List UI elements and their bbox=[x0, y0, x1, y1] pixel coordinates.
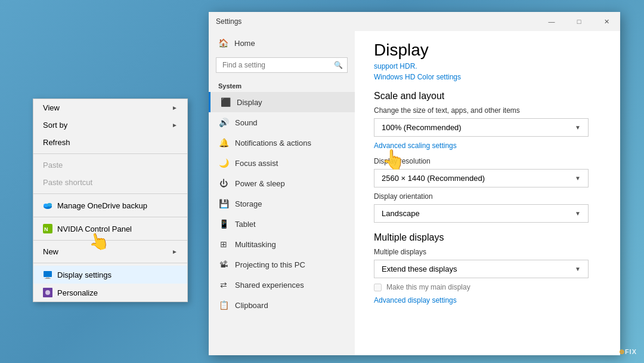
hdr-color-link[interactable]: Windows HD Color settings bbox=[374, 73, 601, 81]
focus-nav-icon: 🌙 bbox=[218, 158, 229, 168]
sidebar-item-tablet[interactable]: 📱 Tablet bbox=[209, 214, 355, 234]
sidebar-item-display[interactable]: ⬛ Display bbox=[209, 92, 355, 112]
close-button[interactable]: ✕ bbox=[593, 12, 620, 31]
context-menu-label-refresh: Refresh bbox=[43, 138, 70, 147]
svg-rect-5 bbox=[44, 271, 52, 277]
power-nav-icon: ⏻ bbox=[218, 179, 229, 188]
home-label: Home bbox=[234, 39, 255, 48]
context-menu-item-view[interactable]: View ► bbox=[33, 99, 187, 116]
storage-nav-icon: 💾 bbox=[218, 199, 229, 208]
main-display-checkbox-row: Make this my main display bbox=[374, 283, 601, 291]
tablet-nav-label: Tablet bbox=[235, 220, 256, 229]
hdr-support-text: support HDR. bbox=[374, 62, 601, 70]
onedrive-item-content: Manage OneDrive backup bbox=[43, 201, 147, 210]
separator-1 bbox=[33, 153, 187, 154]
sidebar: 🏠 Home 🔍 System ⬛ Display 🔊 Sound � bbox=[209, 31, 355, 355]
nvidia-icon: N bbox=[43, 224, 52, 233]
orientation-dropdown-arrow: ▼ bbox=[575, 210, 581, 217]
search-icon: 🔍 bbox=[334, 61, 343, 69]
multiple-displays-dropdown[interactable]: Extend these displays ▼ bbox=[374, 260, 589, 278]
title-bar: Settings — □ ✕ bbox=[209, 12, 620, 31]
context-menu-item-paste-shortcut[interactable]: Paste shortcut bbox=[33, 174, 187, 191]
svg-point-2 bbox=[47, 203, 52, 207]
display-nav-icon: ⬛ bbox=[220, 97, 231, 107]
system-label: System bbox=[209, 78, 355, 92]
main-display-checkbox[interactable] bbox=[374, 284, 382, 291]
multiple-displays-value: Extend these displays bbox=[382, 264, 457, 273]
watermark: UG⊕FIX bbox=[608, 348, 637, 356]
context-menu-label-sort-by: Sort by bbox=[43, 121, 67, 130]
context-menu-item-new[interactable]: New ► bbox=[33, 243, 187, 260]
resolution-label: Display resolution bbox=[374, 157, 601, 165]
multiple-displays-dropdown-arrow: ▼ bbox=[575, 266, 581, 272]
context-menu-item-onedrive[interactable]: Manage OneDrive backup bbox=[33, 196, 187, 214]
clipboard-nav-icon: 📋 bbox=[218, 300, 229, 310]
context-menu-item-nvidia[interactable]: N NVIDIA Control Panel bbox=[33, 220, 187, 238]
personalize-label: Personalize bbox=[57, 288, 98, 297]
sidebar-item-shared[interactable]: ⇄ Shared experiences bbox=[209, 275, 355, 295]
context-menu-item-display-settings[interactable]: Display settings bbox=[33, 266, 187, 284]
clipboard-nav-label: Clipboard bbox=[235, 301, 268, 310]
resolution-dropdown[interactable]: 2560 × 1440 (Recommended) ▼ bbox=[374, 169, 589, 187]
maximize-button[interactable]: □ bbox=[565, 12, 593, 31]
notifications-nav-icon: 🔔 bbox=[218, 138, 229, 147]
onedrive-label: Manage OneDrive backup bbox=[57, 201, 147, 210]
separator-4 bbox=[33, 240, 187, 241]
notifications-nav-label: Notifications & actions bbox=[235, 139, 311, 147]
resolution-value: 2560 × 1440 (Recommended) bbox=[382, 174, 485, 183]
sidebar-item-clipboard[interactable]: 📋 Clipboard bbox=[209, 295, 355, 315]
multitasking-nav-label: Multitasking bbox=[235, 240, 276, 249]
sidebar-item-focus[interactable]: 🌙 Focus assist bbox=[209, 153, 355, 173]
context-menu-label-view: View bbox=[43, 103, 60, 112]
shared-nav-label: Shared experiences bbox=[235, 281, 304, 290]
sidebar-item-storage[interactable]: 💾 Storage bbox=[209, 193, 355, 214]
main-content: Display support HDR. Windows HD Color se… bbox=[355, 31, 620, 355]
search-input[interactable] bbox=[216, 57, 348, 73]
projecting-nav-icon: 📽 bbox=[218, 260, 229, 269]
sidebar-item-multitasking[interactable]: ⊞ Multitasking bbox=[209, 234, 355, 254]
resolution-dropdown-arrow: ▼ bbox=[575, 175, 581, 182]
personalize-icon bbox=[43, 288, 52, 297]
personalize-content: Personalize bbox=[43, 288, 98, 297]
orientation-value: Landscape bbox=[382, 209, 420, 218]
svg-point-9 bbox=[45, 290, 50, 295]
context-menu-item-refresh[interactable]: Refresh bbox=[33, 134, 187, 151]
display-nav-label: Display bbox=[237, 98, 262, 107]
onedrive-icon bbox=[43, 201, 52, 210]
sidebar-item-projecting[interactable]: 📽 Projecting to this PC bbox=[209, 254, 355, 275]
sidebar-home-button[interactable]: 🏠 Home bbox=[209, 31, 355, 55]
multiple-displays-label: Multiple displays bbox=[374, 248, 601, 256]
nvidia-label: NVIDIA Control Panel bbox=[57, 224, 132, 233]
sidebar-item-sound[interactable]: 🔊 Sound bbox=[209, 112, 355, 133]
display-settings-label: Display settings bbox=[57, 270, 112, 279]
context-menu-label-new: New bbox=[43, 247, 58, 256]
nvidia-item-content: N NVIDIA Control Panel bbox=[43, 224, 132, 233]
sidebar-item-power[interactable]: ⏻ Power & sleep bbox=[209, 173, 355, 193]
scale-dropdown[interactable]: 100% (Recommended) ▼ bbox=[374, 118, 589, 137]
sidebar-item-notifications[interactable]: 🔔 Notifications & actions bbox=[209, 133, 355, 153]
multitasking-nav-icon: ⊞ bbox=[218, 239, 229, 249]
power-nav-label: Power & sleep bbox=[235, 179, 285, 188]
sound-nav-icon: 🔊 bbox=[218, 118, 229, 127]
context-menu-label-paste-shortcut: Paste shortcut bbox=[43, 178, 92, 187]
context-menu: View ► Sort by ► Refresh Paste Paste sho… bbox=[33, 99, 188, 302]
display-settings-icon bbox=[43, 270, 52, 279]
watermark-symbol: ⊕ bbox=[619, 348, 625, 355]
home-icon: 🏠 bbox=[218, 38, 228, 48]
scale-value: 100% (Recommended) bbox=[382, 123, 462, 132]
shared-nav-icon: ⇄ bbox=[218, 280, 229, 290]
main-display-checkbox-label: Make this my main display bbox=[386, 283, 470, 291]
context-menu-item-personalize[interactable]: Personalize bbox=[33, 284, 187, 302]
separator-2 bbox=[33, 193, 187, 194]
advanced-scaling-link[interactable]: Advanced scaling settings bbox=[374, 141, 601, 150]
context-menu-arrow-view: ► bbox=[172, 104, 178, 111]
svg-rect-7 bbox=[45, 278, 51, 279]
context-menu-item-paste[interactable]: Paste bbox=[33, 156, 187, 174]
minimize-button[interactable]: — bbox=[538, 12, 565, 31]
orientation-dropdown[interactable]: Landscape ▼ bbox=[374, 204, 589, 223]
title-bar-title: Settings bbox=[216, 17, 242, 26]
advanced-display-link[interactable]: Advanced display settings bbox=[374, 296, 601, 304]
context-menu-item-sort-by[interactable]: Sort by ► bbox=[33, 116, 187, 134]
separator-3 bbox=[33, 217, 187, 217]
multiple-displays-section-title: Multiple displays bbox=[374, 232, 601, 243]
